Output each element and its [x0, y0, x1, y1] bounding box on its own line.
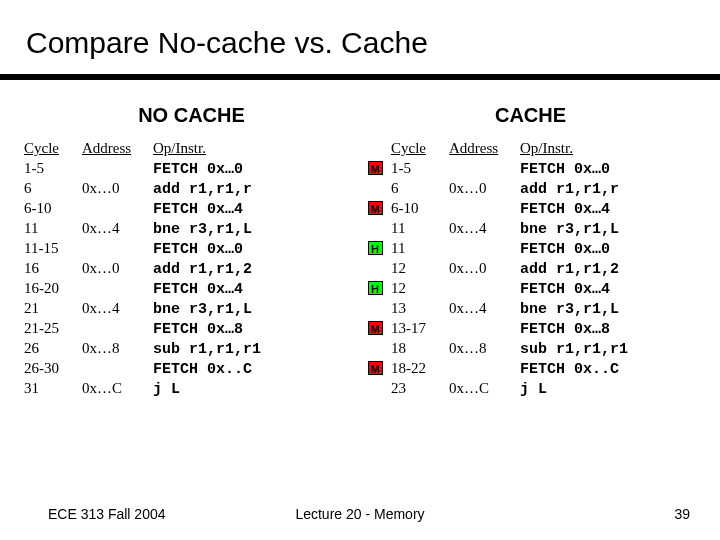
cell-instr: FETCH 0x…0	[153, 239, 267, 259]
cell-instr: FETCH 0x…0	[520, 239, 634, 259]
cell-cycle: 11	[391, 239, 449, 259]
table-row: 230x…Cj L	[363, 379, 634, 399]
miss-badge: M	[368, 201, 383, 215]
page-title: Compare No-cache vs. Cache	[0, 0, 720, 72]
col-cycle: Cycle	[24, 139, 82, 159]
cell-instr: FETCH 0x…4	[520, 199, 634, 219]
cell-address	[449, 159, 520, 179]
table-row: 60x…0add r1,r1,r	[363, 179, 634, 199]
cell-instr: add r1,r1,2	[153, 259, 267, 279]
cell-cycle: 31	[24, 379, 82, 399]
cell-misshit	[363, 339, 391, 359]
cell-instr: bne r3,r1,L	[153, 219, 267, 239]
cell-address: 0x…8	[82, 339, 153, 359]
table-row: 1-5FETCH 0x…0	[24, 159, 267, 179]
cell-address	[449, 279, 520, 299]
col-opinstr: Op/Instr.	[153, 139, 267, 159]
table-row: 120x…0add r1,r1,2	[363, 259, 634, 279]
cell-cycle: 6	[24, 179, 82, 199]
cell-address	[82, 279, 153, 299]
cell-address: 0x…0	[449, 179, 520, 199]
cell-cycle: 18-22	[391, 359, 449, 379]
nocache-table: Cycle Address Op/Instr. 1-5FETCH 0x…060x…	[24, 139, 267, 399]
col-misshit	[363, 139, 391, 159]
cell-cycle: 21-25	[24, 319, 82, 339]
table-row: 180x…8sub r1,r1,r1	[363, 339, 634, 359]
nocache-heading: NO CACHE	[24, 104, 359, 127]
cell-address: 0x…8	[449, 339, 520, 359]
cell-misshit: M	[363, 159, 391, 179]
cell-address: 0x…0	[449, 259, 520, 279]
miss-badge: M	[368, 321, 383, 335]
table-row: H12FETCH 0x…4	[363, 279, 634, 299]
table-row: M1-5FETCH 0x…0	[363, 159, 634, 179]
cell-misshit: M	[363, 359, 391, 379]
cell-address: 0x…0	[82, 259, 153, 279]
cell-misshit	[363, 259, 391, 279]
table-row: M18-22FETCH 0x..C	[363, 359, 634, 379]
cell-misshit	[363, 299, 391, 319]
cell-instr: FETCH 0x…0	[153, 159, 267, 179]
cell-cycle: 16-20	[24, 279, 82, 299]
col-address: Address	[449, 139, 520, 159]
nocache-column: NO CACHE Cycle Address Op/Instr. 1-5FETC…	[24, 104, 359, 399]
cell-cycle: 12	[391, 279, 449, 299]
cell-instr: FETCH 0x…4	[520, 279, 634, 299]
cell-instr: bne r3,r1,L	[520, 299, 634, 319]
table-row: M6-10FETCH 0x…4	[363, 199, 634, 219]
cell-instr: FETCH 0x…0	[520, 159, 634, 179]
content-area: NO CACHE Cycle Address Op/Instr. 1-5FETC…	[0, 80, 720, 399]
cell-address: 0x…4	[449, 219, 520, 239]
table-row: 21-25FETCH 0x…8	[24, 319, 267, 339]
cell-cycle: 1-5	[391, 159, 449, 179]
table-row: 210x…4bne r3,r1,L	[24, 299, 267, 319]
cell-cycle: 11	[24, 219, 82, 239]
cell-misshit	[363, 379, 391, 399]
cell-cycle: 11-15	[24, 239, 82, 259]
cell-address	[449, 239, 520, 259]
cell-instr: j L	[520, 379, 634, 399]
table-row: 6-10FETCH 0x…4	[24, 199, 267, 219]
cell-instr: sub r1,r1,r1	[153, 339, 267, 359]
cell-instr: sub r1,r1,r1	[520, 339, 634, 359]
cache-column: CACHE Cycle Address Op/Instr. M1-5FETCH …	[363, 104, 698, 399]
col-address: Address	[82, 139, 153, 159]
table-row: 260x…8sub r1,r1,r1	[24, 339, 267, 359]
cell-instr: FETCH 0x…4	[153, 199, 267, 219]
cell-instr: FETCH 0x…4	[153, 279, 267, 299]
cell-address: 0x…4	[82, 299, 153, 319]
cell-cycle: 12	[391, 259, 449, 279]
cell-misshit: M	[363, 319, 391, 339]
table-row: M13-17FETCH 0x…8	[363, 319, 634, 339]
cell-misshit: H	[363, 239, 391, 259]
col-opinstr: Op/Instr.	[520, 139, 634, 159]
cache-table: Cycle Address Op/Instr. M1-5FETCH 0x…060…	[363, 139, 634, 399]
cell-address	[449, 319, 520, 339]
cell-address: 0x…0	[82, 179, 153, 199]
cell-instr: bne r3,r1,L	[153, 299, 267, 319]
cache-heading: CACHE	[363, 104, 698, 127]
table-row: H11FETCH 0x…0	[363, 239, 634, 259]
table-row: 310x…Cj L	[24, 379, 267, 399]
footer: ECE 313 Fall 2004 Lecture 20 - Memory 39	[0, 506, 720, 522]
cell-instr: add r1,r1,2	[520, 259, 634, 279]
miss-badge: M	[368, 361, 383, 375]
table-row: 130x…4bne r3,r1,L	[363, 299, 634, 319]
hit-badge: H	[368, 281, 383, 295]
table-row: 160x…0add r1,r1,2	[24, 259, 267, 279]
cell-cycle: 6-10	[391, 199, 449, 219]
cell-cycle: 6-10	[24, 199, 82, 219]
cell-instr: add r1,r1,r	[153, 179, 267, 199]
cell-misshit	[363, 219, 391, 239]
cell-instr: FETCH 0x…8	[153, 319, 267, 339]
footer-center: Lecture 20 - Memory	[0, 506, 720, 522]
cell-instr: FETCH 0x..C	[520, 359, 634, 379]
cell-instr: FETCH 0x..C	[153, 359, 267, 379]
cell-address: 0x…4	[449, 299, 520, 319]
cell-instr: FETCH 0x…8	[520, 319, 634, 339]
cell-address	[82, 319, 153, 339]
cell-cycle: 6	[391, 179, 449, 199]
cell-cycle: 13-17	[391, 319, 449, 339]
table-row: 11-15FETCH 0x…0	[24, 239, 267, 259]
cell-address	[449, 359, 520, 379]
